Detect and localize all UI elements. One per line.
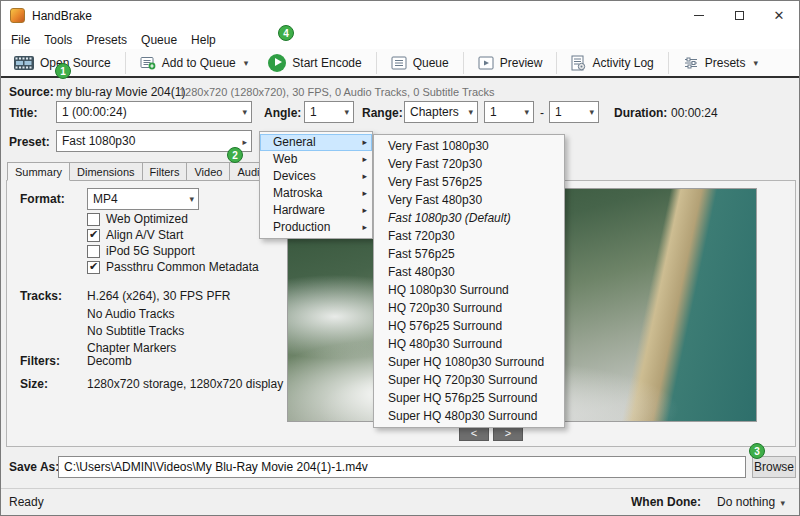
when-done-value: Do nothing xyxy=(717,495,775,509)
preset-option[interactable]: Very Fast 720p30 xyxy=(374,155,564,173)
activity-log-label: Activity Log xyxy=(592,56,653,70)
format-label: Format: xyxy=(20,192,65,206)
menu-item-devices[interactable]: Devices ▸ xyxy=(260,168,372,185)
save-as-label: Save As: xyxy=(9,460,59,474)
title-select-value: 1 (00:00:24) xyxy=(62,105,127,119)
title-select[interactable]: 1 (00:00:24) ▾ xyxy=(56,101,252,123)
save-as-input[interactable] xyxy=(58,456,746,478)
checkbox-ipod-5g-support[interactable]: iPod 5G Support xyxy=(87,244,195,258)
minimize-button[interactable] xyxy=(679,1,719,30)
tab-filters[interactable]: Filters xyxy=(143,162,188,181)
preset-option[interactable]: Super HQ 1080p30 Surround xyxy=(374,353,564,371)
checkbox-web-optimized[interactable]: Web Optimized xyxy=(87,212,188,226)
preset-option[interactable]: Fast 720p30 xyxy=(374,227,564,245)
preset-select[interactable]: Fast 1080p30 ▸ xyxy=(56,130,252,152)
chevron-right-icon: ▸ xyxy=(362,219,367,236)
browse-button[interactable]: Browse xyxy=(752,456,796,478)
range-from-select[interactable]: 1 ▾ xyxy=(484,101,534,123)
tab-dimensions[interactable]: Dimensions xyxy=(70,162,142,181)
queue-button[interactable]: Queue xyxy=(383,53,457,73)
chevron-down-icon: ▾ xyxy=(242,107,247,117)
preset-option[interactable]: HQ 720p30 Surround xyxy=(374,299,564,317)
source-name: my blu-ray Movie 204(1) xyxy=(56,85,185,99)
preset-option[interactable]: Super HQ 480p30 Surround xyxy=(374,407,564,425)
tab-video[interactable]: Video xyxy=(187,162,230,181)
range-label: Range: xyxy=(362,106,403,120)
activity-log-icon xyxy=(571,55,586,71)
format-select-value: MP4 xyxy=(93,192,118,206)
format-select[interactable]: MP4 ▾ xyxy=(87,188,199,210)
preset-option[interactable]: Fast 480p30 xyxy=(374,263,564,281)
tracks-label: Tracks: xyxy=(20,289,62,303)
chevron-right-icon: ▸ xyxy=(362,168,367,185)
step-badge-4: 4 xyxy=(278,25,294,41)
toolbar: Open Source Add to Queue ▾ Start Encode … xyxy=(1,49,799,78)
chevron-right-icon: ▸ xyxy=(362,185,367,202)
menu-item-web[interactable]: Web ▸ xyxy=(260,151,372,168)
preset-option[interactable]: Super HQ 576p25 Surround xyxy=(374,389,564,407)
range-type-value: Chapters xyxy=(410,105,459,119)
preset-option[interactable]: Very Fast 576p25 xyxy=(374,173,564,191)
menu-item-hardware[interactable]: Hardware ▸ xyxy=(260,202,372,219)
preset-option[interactable]: HQ 1080p30 Surround xyxy=(374,281,564,299)
menu-help[interactable]: Help xyxy=(184,31,223,49)
preset-option[interactable]: Fast 576p25 xyxy=(374,245,564,263)
menu-item-matroska[interactable]: Matroska ▸ xyxy=(260,185,372,202)
checkbox-box xyxy=(87,229,100,242)
menu-item-production[interactable]: Production ▸ xyxy=(260,219,372,236)
add-to-queue-label: Add to Queue xyxy=(162,56,236,70)
checkbox-label: Web Optimized xyxy=(106,212,188,226)
preset-option[interactable]: HQ 480p30 Surround xyxy=(374,335,564,353)
start-encode-button[interactable]: Start Encode xyxy=(260,51,369,75)
chevron-right-icon: ▸ xyxy=(362,151,367,168)
title-bar: HandBrake ✕ xyxy=(1,1,799,30)
checkbox-box xyxy=(87,245,100,258)
tab-summary[interactable]: Summary xyxy=(7,162,70,181)
checkbox-passthru-metadata[interactable]: Passthru Common Metadata xyxy=(87,260,259,274)
checkbox-align-av-start[interactable]: Align A/V Start xyxy=(87,228,183,242)
tracks-chapters-line: Chapter Markers xyxy=(87,341,176,355)
preset-option[interactable]: Super HQ 720p30 Surround xyxy=(374,371,564,389)
presets-button[interactable]: Presets ▾ xyxy=(675,53,766,73)
close-button[interactable]: ✕ xyxy=(759,1,799,30)
film-strip-icon xyxy=(14,56,34,70)
status-bar: Ready When Done: Do nothing ▾ xyxy=(1,488,799,515)
filters-value: Decomb xyxy=(87,354,132,368)
range-from-value: 1 xyxy=(490,105,497,119)
menu-item-general[interactable]: General ▸ xyxy=(260,134,372,151)
open-source-label: Open Source xyxy=(40,56,111,70)
presets-sliders-icon xyxy=(683,56,699,70)
duration-value: 00:00:24 xyxy=(671,106,718,120)
preview-label: Preview xyxy=(500,56,543,70)
size-label: Size: xyxy=(20,377,48,391)
menu-item-label: General xyxy=(273,135,316,149)
range-type-select[interactable]: Chapters ▾ xyxy=(404,101,478,123)
menu-file[interactable]: File xyxy=(4,31,37,49)
start-encode-play-icon xyxy=(268,54,286,72)
range-to-value: 1 xyxy=(555,105,562,119)
step-badge-2: 2 xyxy=(227,147,243,163)
filters-label: Filters: xyxy=(20,354,60,368)
add-to-queue-button[interactable]: Add to Queue ▾ xyxy=(132,52,257,73)
step-badge-3: 3 xyxy=(749,443,765,459)
preset-option[interactable]: HQ 576p25 Surround xyxy=(374,317,564,335)
preview-icon xyxy=(478,56,494,70)
toolbar-separator xyxy=(125,52,126,74)
preset-option[interactable]: Very Fast 1080p30 xyxy=(374,137,564,155)
toolbar-separator xyxy=(556,52,557,74)
menu-presets[interactable]: Presets xyxy=(79,31,134,49)
preview-button[interactable]: Preview xyxy=(470,53,551,73)
duration-label: Duration: xyxy=(614,106,667,120)
range-to-select[interactable]: 1 ▾ xyxy=(549,101,599,123)
preset-select-value: Fast 1080p30 xyxy=(62,134,135,148)
when-done-select[interactable]: Do nothing ▾ xyxy=(717,495,785,509)
add-to-queue-icon xyxy=(140,55,156,70)
angle-select[interactable]: 1 ▾ xyxy=(304,101,354,123)
activity-log-button[interactable]: Activity Log xyxy=(563,52,661,74)
menu-queue[interactable]: Queue xyxy=(134,31,184,49)
preset-option[interactable]: Very Fast 480p30 xyxy=(374,191,564,209)
maximize-button[interactable] xyxy=(719,1,759,30)
menu-tools[interactable]: Tools xyxy=(37,31,79,49)
chevron-down-icon: ▾ xyxy=(780,498,785,508)
preset-option-default[interactable]: Fast 1080p30 (Default) xyxy=(374,209,564,227)
